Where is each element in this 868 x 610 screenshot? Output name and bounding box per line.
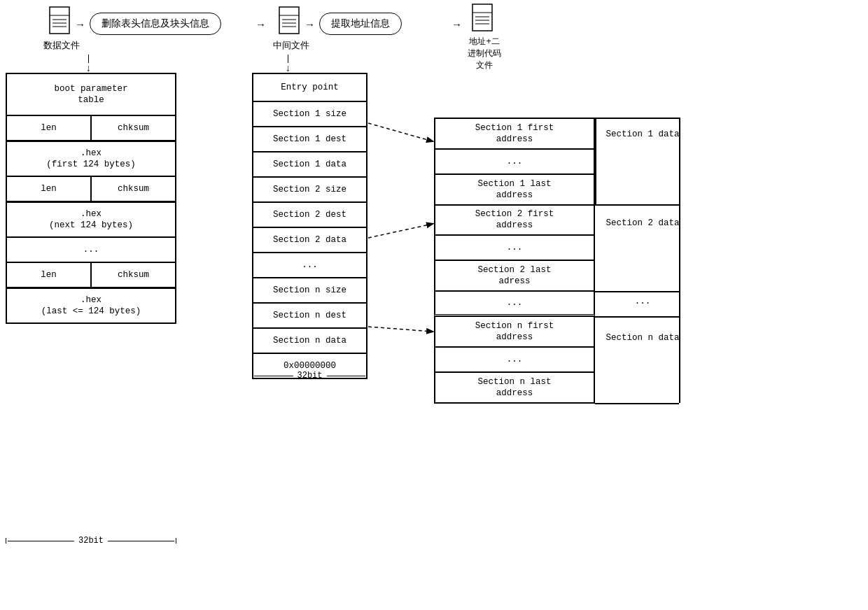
doc1-icon [48, 6, 75, 38]
right-dots-group: ... [434, 291, 595, 316]
left-row-lenchk1: len chksum [6, 115, 176, 141]
process-box2: 提取地址信息 [319, 13, 402, 35]
process-box1: 删除表头信息及块头信息 [90, 13, 221, 35]
right-sec2-first: Section 2 firstaddress [435, 204, 594, 235]
right-sec1-group: Section 1 firstaddress ... Section 1 las… [434, 118, 595, 206]
right-sec1-bottom [595, 204, 679, 206]
svg-line-17 [368, 327, 433, 332]
right-sec2-bottom [595, 291, 679, 292]
flow-arrow2: → [258, 20, 264, 31]
mid-secn-data: Section n data [253, 328, 367, 353]
right-dots-cell: ... [435, 291, 594, 315]
left-32bit: 32bit [6, 536, 176, 546]
right-sec1-vline [595, 118, 596, 204]
mid-dots: ... [253, 253, 367, 278]
mid-sec1-size: Section 1 size [253, 101, 367, 127]
right-sec2-group: Section 2 firstaddress ... Section 2 las… [434, 204, 595, 292]
left-table: boot parametertable len chksum .hex(firs… [6, 73, 176, 324]
right-dots-vline-r [679, 291, 680, 316]
left-cell-chksum3: chksum [91, 262, 176, 288]
svg-rect-10 [472, 4, 492, 31]
flow-arrow3: → [307, 20, 313, 31]
right-secn-top [595, 316, 679, 318]
left-cell-chksum2: chksum [91, 176, 176, 201]
right-sec2-vline-r [679, 204, 680, 291]
mid-sec2-data: Section 2 data [253, 227, 367, 253]
svg-line-16 [368, 224, 433, 238]
diagram: 数据文件 → 删除表头信息及块头信息 → 中间文件 → 提取地址信息 → [0, 0, 868, 610]
process1-label: 删除表头信息及块头信息 [102, 18, 209, 29]
right-sec1-first: Section 1 firstaddress [435, 118, 594, 149]
mid-sec1-dest: Section 1 dest [253, 127, 367, 152]
left-cell-hex1: .hex(first 124 bytes) [6, 141, 176, 176]
right-sec1-data-label: Section 1 data [601, 129, 685, 139]
mid-entry-point: Entry point [253, 73, 367, 101]
left-cell-len1: len [6, 115, 91, 141]
right-secn-group: Section n firstaddress ... Section n las… [434, 316, 595, 404]
right-sec2-data-label: Section 2 data [601, 218, 685, 228]
left-cell-dots: ... [6, 237, 176, 262]
right-secn-last: Section n lastaddress [435, 372, 594, 403]
right-sec1-vline-r [679, 118, 680, 204]
mid-sec2-size: Section 2 size [253, 177, 367, 202]
down-arrow-middle: ↓ [285, 55, 290, 74]
left-cell-hex2: .hex(next 124 bytes) [6, 202, 176, 237]
svg-rect-5 [279, 7, 299, 34]
right-sec2-dots: ... [435, 235, 594, 260]
mid-secn-dest: Section n dest [253, 303, 367, 328]
right-secn-dots: ... [435, 347, 594, 372]
right-sec2-last: Section 2 lastadress [435, 260, 594, 291]
mid-sec2-dest: Section 2 dest [253, 202, 367, 227]
mid-secn-size: Section n size [253, 278, 367, 303]
doc3-icon [471, 3, 498, 35]
right-sec1-top [595, 118, 679, 119]
down-arrow-left: ↓ [85, 55, 91, 74]
doc2-icon [278, 6, 304, 38]
left-cell-boot: boot parametertable [6, 73, 176, 115]
doc1-label: 数据文件 [43, 39, 80, 52]
doc3-label: 地址+二进制代码文件 [468, 36, 501, 71]
process2-label: 提取地址信息 [331, 18, 390, 29]
right-secn-first: Section n firstaddress [435, 316, 594, 347]
right-dots-label: ... [601, 297, 685, 306]
left-cell-len2: len [6, 176, 91, 201]
mid-32bit: 32bit [252, 371, 368, 381]
right-secn-vline-r [679, 316, 680, 403]
left-cell-len3: len [6, 262, 91, 288]
mid-sec1-data: Section 1 data [253, 152, 367, 177]
left-row-lenchk3: len chksum [6, 262, 176, 288]
right-secn-data-label: Section n data [601, 333, 685, 343]
flow-arrow1: → [77, 20, 83, 31]
left-row-lenchk2: len chksum [6, 176, 176, 202]
right-secn-bottom [595, 403, 679, 404]
right-sec1-dots: ... [435, 149, 594, 174]
left-cell-hex3: .hex(last <= 124 bytes) [6, 288, 176, 323]
svg-line-15 [368, 123, 433, 141]
doc2-label: 中间文件 [273, 39, 309, 52]
left-cell-chksum1: chksum [91, 115, 176, 141]
flow-arrow4: → [454, 20, 460, 31]
middle-table: Entry point Section 1 size Section 1 des… [252, 73, 368, 379]
svg-rect-0 [50, 7, 69, 34]
right-sec1-last: Section 1 lastaddress [435, 174, 594, 205]
